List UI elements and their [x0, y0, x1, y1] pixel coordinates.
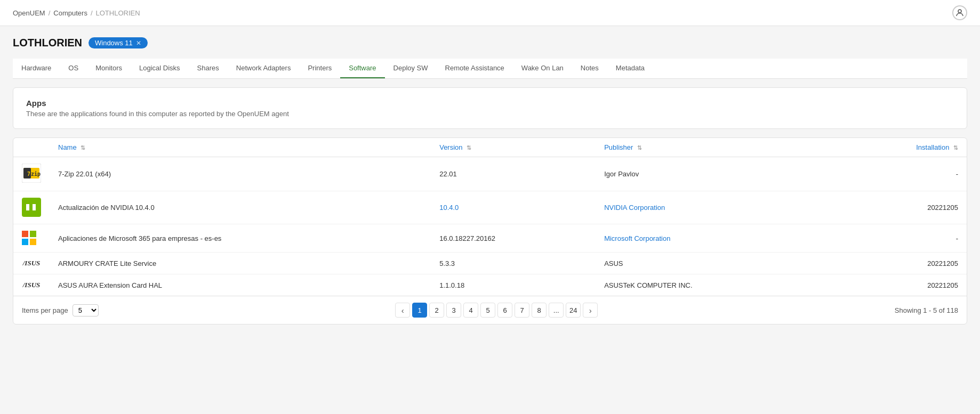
table-row: 7 zip 7-Zip 22.01 (x64) 22.01 Igor Pavlo…	[13, 157, 967, 191]
main-content: LOTHLORIEN Windows 11 ✕ HardwareOSMonito…	[0, 26, 980, 335]
windows-badge: Windows 11 ✕	[89, 37, 148, 48]
svg-text:7: 7	[27, 171, 30, 177]
app-name: Aplicaciones de Microsoft 365 para empre…	[50, 224, 431, 253]
page-btn-4[interactable]: 4	[463, 303, 478, 318]
app-installation: 20221205	[833, 274, 967, 296]
app-installation: -	[833, 157, 967, 191]
name-sort-icon: ⇅	[81, 144, 85, 151]
version-sort-icon: ⇅	[467, 144, 471, 151]
page-btn-6[interactable]: 6	[497, 303, 512, 318]
app-installation: 20221205	[833, 253, 967, 274]
page-btn-3[interactable]: 3	[446, 303, 461, 318]
app-icon-cell	[13, 224, 50, 253]
pagination-controls: ‹12345678...24›	[395, 303, 598, 318]
showing-text: Showing 1 - 5 of 118	[895, 306, 958, 314]
page-header: LOTHLORIEN Windows 11 ✕	[13, 37, 967, 49]
asus-icon: /ISUS	[23, 259, 41, 267]
app-version: 16.0.18227.20162	[431, 224, 596, 253]
page-title: LOTHLORIEN	[13, 37, 82, 49]
page-btn-2[interactable]: 2	[429, 303, 444, 318]
app-publisher: ASUSTeK COMPUTER INC.	[596, 274, 833, 296]
col-publisher[interactable]: Publisher ⇅	[596, 138, 833, 157]
apps-card-title: Apps	[26, 99, 954, 108]
tab-deploy-sw[interactable]: Deploy SW	[385, 59, 437, 78]
app-version: 5.3.3	[431, 253, 596, 274]
col-version[interactable]: Version ⇅	[431, 138, 596, 157]
microsoft-icon	[22, 231, 37, 246]
tab-hardware[interactable]: Hardware	[13, 59, 60, 78]
page-btn-7[interactable]: 7	[515, 303, 529, 318]
page-btn-1[interactable]: 1	[412, 303, 427, 318]
items-per-page-select[interactable]: 5 10 25	[73, 304, 99, 316]
col-name[interactable]: Name ⇅	[50, 138, 431, 157]
app-icon-cell: /ISUS	[13, 253, 50, 274]
tab-printers[interactable]: Printers	[299, 59, 340, 78]
table-header-row: Name ⇅ Version ⇅ Publisher ⇅ Installatio…	[13, 138, 967, 157]
app-version: 1.1.0.18	[431, 274, 596, 296]
app-icon-cell: /ISUS	[13, 274, 50, 296]
app-name: 7-Zip 22.01 (x64)	[50, 157, 431, 191]
page-btn-8[interactable]: 8	[532, 303, 547, 318]
tab-os[interactable]: OS	[60, 59, 87, 78]
apps-card-subtitle: These are the applications found in this…	[26, 110, 954, 118]
installation-sort-icon: ⇅	[953, 144, 958, 151]
tab-software[interactable]: Software	[340, 59, 384, 78]
badge-close[interactable]: ✕	[136, 39, 141, 47]
tab-metadata[interactable]: Metadata	[607, 59, 653, 78]
table-row: Actualización de NVIDIA 10.4.0 10.4.0 NV…	[13, 191, 967, 224]
page-btn-5[interactable]: 5	[480, 303, 495, 318]
tab-shares[interactable]: Shares	[189, 59, 228, 78]
user-avatar[interactable]	[952, 5, 967, 20]
tab-remote-assistance[interactable]: Remote Assistance	[437, 59, 513, 78]
pagination-prev[interactable]: ‹	[395, 303, 410, 318]
table-row: /ISUS ASUS AURA Extension Card HAL 1.1.0…	[13, 274, 967, 296]
app-version: 10.4.0	[431, 191, 596, 224]
apps-table: Name ⇅ Version ⇅ Publisher ⇅ Installatio…	[13, 138, 967, 296]
table-row: /ISUS ARMOURY CRATE Lite Service 5.3.3 A…	[13, 253, 967, 274]
svg-point-0	[958, 10, 961, 13]
app-publisher: NVIDIA Corporation	[596, 191, 833, 224]
col-installation[interactable]: Installation ⇅	[833, 138, 967, 157]
tab-bar: HardwareOSMonitorsLogical DisksSharesNet…	[13, 59, 967, 79]
app-version: 22.01	[431, 157, 596, 191]
publisher-sort-icon: ⇅	[637, 144, 642, 151]
apps-table-card: Name ⇅ Version ⇅ Publisher ⇅ Installatio…	[13, 137, 967, 324]
app-installation: 20221205	[833, 191, 967, 224]
tab-network-adapters[interactable]: Network Adapters	[228, 59, 300, 78]
app-icon-cell	[13, 191, 50, 224]
7zip-icon: 7 zip	[22, 164, 41, 183]
top-bar: OpenUEM / Computers / LOTHLORIEN	[0, 0, 980, 26]
col-icon	[13, 138, 50, 157]
tab-logical-disks[interactable]: Logical Disks	[131, 59, 189, 78]
page-btn-24[interactable]: 24	[566, 303, 581, 318]
badge-label: Windows 11	[95, 39, 133, 47]
items-per-page: Items per page 5 10 25	[22, 304, 99, 316]
pagination-next[interactable]: ›	[583, 303, 598, 318]
breadcrumb: OpenUEM / Computers / LOTHLORIEN	[13, 9, 140, 17]
table-row: Aplicaciones de Microsoft 365 para empre…	[13, 224, 967, 253]
app-installation: -	[833, 224, 967, 253]
svg-rect-6	[23, 199, 40, 216]
tab-wake-on-lan[interactable]: Wake On Lan	[513, 59, 572, 78]
app-publisher: ASUS	[596, 253, 833, 274]
items-per-page-label: Items per page	[22, 306, 68, 314]
breadcrumb-computers[interactable]: Computers	[53, 9, 87, 17]
app-name: Actualización de NVIDIA 10.4.0	[50, 191, 431, 224]
app-name: ASUS AURA Extension Card HAL	[50, 274, 431, 296]
app-publisher: Microsoft Corporation	[596, 224, 833, 253]
asus-icon: /ISUS	[23, 281, 41, 289]
pagination-row: Items per page 5 10 25 ‹12345678...24› S…	[13, 296, 967, 324]
app-publisher: Igor Pavlov	[596, 157, 833, 191]
app-icon-cell: 7 zip	[13, 157, 50, 191]
breadcrumb-app[interactable]: OpenUEM	[13, 9, 45, 17]
breadcrumb-current: LOTHLORIEN	[96, 9, 140, 17]
tab-monitors[interactable]: Monitors	[87, 59, 131, 78]
nvidia-icon	[22, 198, 41, 217]
svg-text:zip: zip	[31, 171, 41, 177]
app-name: ARMOURY CRATE Lite Service	[50, 253, 431, 274]
tab-notes[interactable]: Notes	[572, 59, 607, 78]
pagination-ellipsis: ...	[549, 303, 564, 318]
apps-info-card: Apps These are the applications found in…	[13, 87, 967, 129]
